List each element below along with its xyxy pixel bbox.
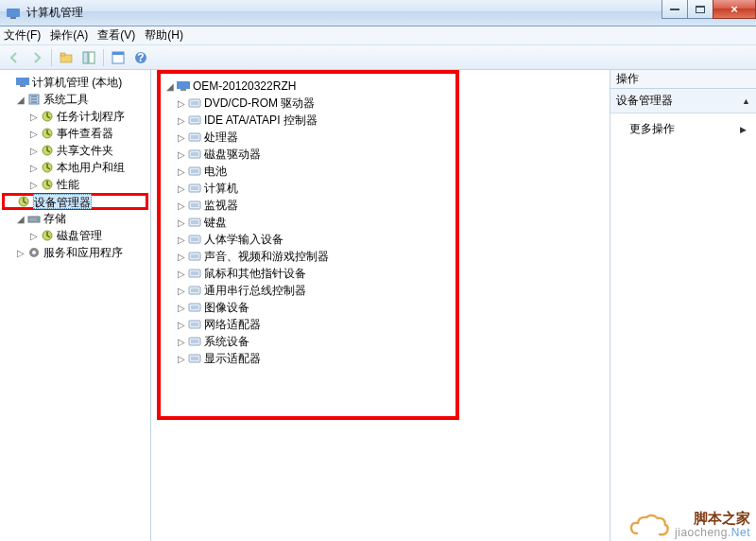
svg-rect-55 — [191, 340, 198, 343]
group-icon — [26, 92, 42, 107]
expand-icon[interactable]: ▷ — [176, 166, 187, 177]
expand-icon[interactable]: ▷ — [176, 269, 187, 279]
device-category-label: 磁盘驱动器 — [204, 147, 261, 163]
tree-item[interactable]: ▷本地用户和组 — [2, 159, 148, 176]
app-icon — [6, 6, 21, 21]
expand-icon[interactable]: ▷ — [28, 129, 40, 139]
device-category[interactable]: ▷声音、视频和游戏控制器 — [163, 248, 454, 265]
expand-icon[interactable]: ▷ — [28, 146, 40, 156]
svg-rect-27 — [191, 101, 198, 105]
expand-icon[interactable]: ▷ — [176, 201, 187, 211]
device-category[interactable]: ▷通用串行总线控制器 — [163, 282, 454, 299]
tree-item-device-manager[interactable]: 设备管理器 — [2, 193, 148, 210]
expand-icon[interactable]: ▷ — [15, 248, 26, 258]
svg-rect-37 — [191, 186, 198, 190]
expand-icon[interactable]: ▷ — [176, 320, 187, 330]
category-icon — [187, 113, 202, 128]
expand-icon[interactable]: ▷ — [28, 112, 40, 122]
device-category[interactable]: ▷监视器 — [163, 197, 454, 214]
tree-group[interactable]: ▷服务和应用程序 — [2, 244, 148, 261]
expand-icon[interactable]: ▷ — [176, 149, 187, 160]
category-icon — [187, 300, 202, 315]
device-category[interactable]: ▷鼠标和其他指针设备 — [163, 265, 454, 282]
expand-icon[interactable]: ▷ — [176, 286, 187, 296]
svg-point-23 — [32, 251, 36, 254]
expand-icon[interactable]: ▷ — [176, 303, 187, 313]
svg-rect-1 — [10, 17, 16, 19]
actions-section[interactable]: 设备管理器 ▲ — [610, 89, 756, 113]
show-hide-tree-button[interactable] — [78, 47, 99, 68]
collapse-icon[interactable]: ▲ — [742, 96, 750, 106]
category-icon — [187, 147, 202, 162]
expand-icon[interactable]: ▷ — [176, 218, 187, 228]
maximize-button[interactable] — [687, 0, 713, 19]
device-category[interactable]: ▷图像设备 — [163, 299, 454, 316]
collapse-icon[interactable]: ◢ — [164, 81, 176, 92]
minimize-button[interactable] — [662, 0, 688, 19]
tree-item[interactable]: ▷磁盘管理 — [2, 227, 148, 244]
svg-rect-29 — [191, 118, 198, 122]
close-button[interactable]: × — [713, 0, 756, 19]
expand-icon[interactable]: ▷ — [28, 231, 40, 241]
tree-item[interactable]: ▷共享文件夹 — [2, 142, 148, 159]
device-category[interactable]: ▷磁盘驱动器 — [163, 146, 454, 163]
category-icon — [187, 232, 202, 247]
action-more[interactable]: 更多操作 ▶ — [612, 119, 754, 139]
expand-icon[interactable]: ▷ — [176, 115, 187, 126]
device-category[interactable]: ▷DVD/CD-ROM 驱动器 — [163, 95, 454, 112]
expand-icon[interactable]: ▷ — [176, 252, 187, 262]
properties-button[interactable] — [108, 47, 129, 68]
expand-icon[interactable]: ▷ — [176, 183, 187, 194]
tree-group[interactable]: ◢存储 — [2, 210, 148, 227]
up-button[interactable] — [56, 47, 77, 68]
menu-help[interactable]: 帮助(H) — [145, 27, 183, 44]
svg-rect-53 — [191, 323, 198, 326]
help-button[interactable]: ? — [130, 47, 151, 68]
device-tree-root[interactable]: ◢ OEM-20120322RZH — [163, 78, 454, 95]
highlight-frame: ◢ OEM-20120322RZH ▷DVD/CD-ROM 驱动器▷IDE AT… — [157, 70, 459, 420]
menu-file[interactable]: 文件(F) — [4, 27, 41, 44]
tree-root[interactable]: 计算机管理 (本地) — [2, 74, 148, 91]
device-category[interactable]: ▷显示适配器 — [163, 350, 454, 367]
expand-icon[interactable]: ▷ — [176, 337, 187, 347]
tree-item[interactable]: ▷任务计划程序 — [2, 108, 148, 125]
menu-view[interactable]: 查看(V) — [97, 27, 135, 44]
collapse-icon[interactable]: ◢ — [15, 95, 26, 105]
svg-rect-10 — [16, 78, 29, 85]
menu-bar: 文件(F) 操作(A) 查看(V) 帮助(H) — [0, 26, 756, 45]
device-category[interactable]: ▷电池 — [163, 163, 454, 180]
device-category[interactable]: ▷键盘 — [163, 214, 454, 231]
category-icon — [187, 283, 202, 298]
actions-header: 操作 — [610, 70, 756, 89]
svg-rect-47 — [191, 271, 198, 275]
expand-icon[interactable]: ▷ — [28, 180, 40, 190]
expand-icon[interactable]: ▷ — [28, 163, 40, 173]
device-category[interactable]: ▷计算机 — [163, 180, 454, 197]
device-category[interactable]: ▷处理器 — [163, 129, 454, 146]
left-navigation-tree[interactable]: 计算机管理 (本地) ◢系统工具▷任务计划程序▷事件查看器▷共享文件夹▷本地用户… — [0, 70, 151, 541]
expand-icon[interactable]: ▷ — [176, 235, 187, 245]
back-button[interactable] — [4, 47, 25, 68]
forward-button[interactable] — [26, 47, 47, 68]
action-more-label: 更多操作 — [629, 121, 675, 137]
svg-rect-5 — [89, 52, 94, 63]
tree-item[interactable]: ▷性能 — [2, 176, 148, 193]
device-category[interactable]: ▷人体学输入设备 — [163, 231, 454, 248]
expand-icon[interactable]: ▷ — [176, 354, 187, 364]
svg-rect-45 — [191, 254, 198, 258]
device-category[interactable]: ▷IDE ATA/ATAPI 控制器 — [163, 112, 454, 129]
actions-section-label: 设备管理器 — [616, 93, 673, 109]
device-category-label: 图像设备 — [204, 300, 249, 316]
device-category[interactable]: ▷系统设备 — [163, 333, 454, 350]
category-icon — [187, 249, 202, 264]
expand-icon[interactable]: ▷ — [176, 98, 187, 109]
tree-item[interactable]: ▷事件查看器 — [2, 125, 148, 142]
collapse-icon[interactable]: ◢ — [15, 214, 26, 224]
device-category[interactable]: ▷网络适配器 — [163, 316, 454, 333]
svg-rect-51 — [191, 305, 198, 309]
menu-action[interactable]: 操作(A) — [50, 27, 88, 44]
svg-rect-49 — [191, 288, 198, 292]
expand-icon[interactable]: ▷ — [176, 132, 187, 143]
device-category-label: 系统设备 — [204, 334, 249, 350]
tree-group[interactable]: ◢系统工具 — [2, 91, 148, 108]
